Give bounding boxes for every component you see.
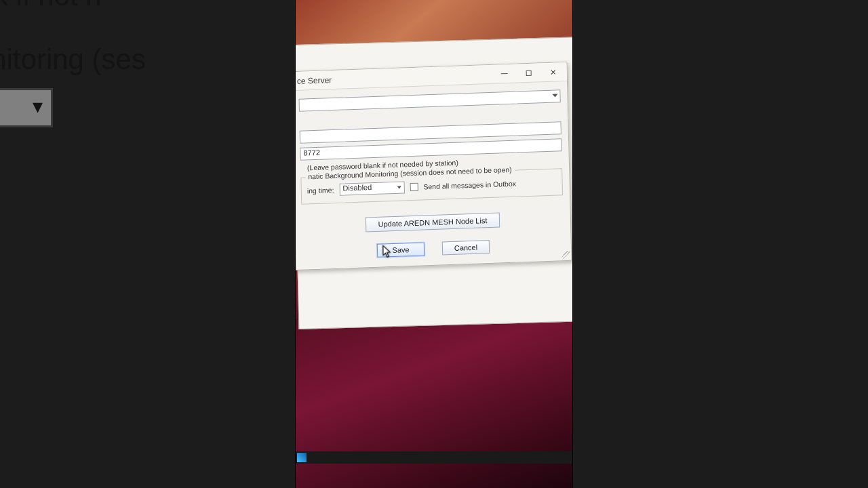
resize-grip-icon[interactable] [561, 251, 570, 259]
action-row: Save Cancel [302, 237, 564, 260]
phone-video-strip: ce Server × 8772 (Leave password blank i… [296, 0, 572, 488]
cancel-button[interactable]: Cancel [442, 240, 490, 255]
maximize-button[interactable] [516, 64, 541, 81]
monitoring-group: natic Background Monitoring (session doe… [300, 168, 563, 204]
send-outbox-checkbox[interactable] [410, 183, 418, 191]
send-outbox-label: Send all messages in Outbox [423, 180, 516, 191]
dialog-body: 8772 (Leave password blank if not needed… [296, 81, 571, 270]
minimize-button[interactable] [492, 65, 517, 82]
server-settings-dialog: ce Server × 8772 (Leave password blank i… [296, 62, 572, 270]
polling-time-select[interactable]: Disabled [339, 181, 404, 195]
windows-taskbar [296, 451, 572, 464]
update-node-list-button[interactable]: Update AREDN MESH Node List [365, 213, 500, 232]
update-row: Update AREDN MESH Node List [302, 210, 564, 234]
maximize-icon [526, 70, 532, 75]
save-button[interactable]: Save [377, 242, 425, 257]
dialog-title: ce Server [297, 75, 332, 86]
polling-time-label: ing time: [307, 186, 334, 195]
minimize-icon [501, 73, 508, 74]
bg-polling-select: Disabled [0, 88, 53, 127]
close-button[interactable]: × [540, 64, 566, 81]
close-icon: × [550, 67, 556, 77]
window-buttons: × [492, 64, 566, 83]
taskbar-icon [297, 453, 307, 462]
